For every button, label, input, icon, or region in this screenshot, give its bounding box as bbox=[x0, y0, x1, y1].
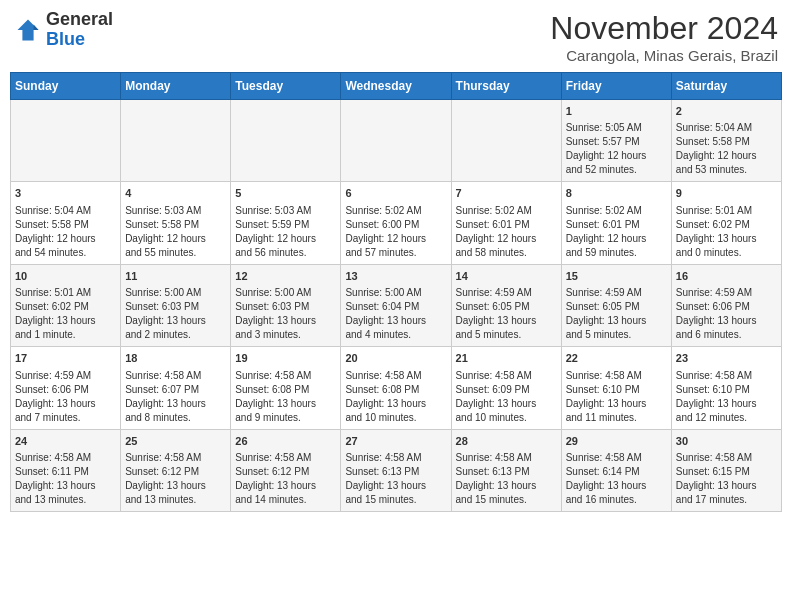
day-info: Sunset: 6:09 PM bbox=[456, 383, 557, 397]
day-number: 22 bbox=[566, 351, 667, 366]
day-info: Daylight: 12 hours bbox=[235, 232, 336, 246]
day-number: 15 bbox=[566, 269, 667, 284]
header-row: SundayMondayTuesdayWednesdayThursdayFrid… bbox=[11, 73, 782, 100]
day-info: Sunset: 6:06 PM bbox=[15, 383, 116, 397]
day-info: Sunset: 6:13 PM bbox=[345, 465, 446, 479]
day-info: Sunrise: 5:04 AM bbox=[676, 121, 777, 135]
calendar-cell: 27Sunrise: 4:58 AMSunset: 6:13 PMDayligh… bbox=[341, 429, 451, 511]
day-info: and 0 minutes. bbox=[676, 246, 777, 260]
day-number: 21 bbox=[456, 351, 557, 366]
day-number: 4 bbox=[125, 186, 226, 201]
calendar-table: SundayMondayTuesdayWednesdayThursdayFrid… bbox=[10, 72, 782, 512]
calendar-cell bbox=[341, 100, 451, 182]
calendar-week-4: 24Sunrise: 4:58 AMSunset: 6:11 PMDayligh… bbox=[11, 429, 782, 511]
day-info: Daylight: 12 hours bbox=[15, 232, 116, 246]
day-info: Sunset: 6:05 PM bbox=[456, 300, 557, 314]
calendar-cell: 23Sunrise: 4:58 AMSunset: 6:10 PMDayligh… bbox=[671, 347, 781, 429]
day-info: and 53 minutes. bbox=[676, 163, 777, 177]
calendar-cell: 13Sunrise: 5:00 AMSunset: 6:04 PMDayligh… bbox=[341, 264, 451, 346]
calendar-cell: 11Sunrise: 5:00 AMSunset: 6:03 PMDayligh… bbox=[121, 264, 231, 346]
day-info: Daylight: 13 hours bbox=[566, 314, 667, 328]
day-info: Sunrise: 4:58 AM bbox=[345, 451, 446, 465]
day-info: Sunset: 6:01 PM bbox=[566, 218, 667, 232]
logo-line1: General bbox=[46, 10, 113, 30]
day-info: and 2 minutes. bbox=[125, 328, 226, 342]
calendar-cell: 20Sunrise: 4:58 AMSunset: 6:08 PMDayligh… bbox=[341, 347, 451, 429]
day-info: and 6 minutes. bbox=[676, 328, 777, 342]
calendar-cell: 4Sunrise: 5:03 AMSunset: 5:58 PMDaylight… bbox=[121, 182, 231, 264]
day-info: and 10 minutes. bbox=[456, 411, 557, 425]
day-number: 20 bbox=[345, 351, 446, 366]
calendar-cell: 6Sunrise: 5:02 AMSunset: 6:00 PMDaylight… bbox=[341, 182, 451, 264]
month-title: November 2024 bbox=[550, 10, 778, 47]
day-info: and 7 minutes. bbox=[15, 411, 116, 425]
day-info: and 3 minutes. bbox=[235, 328, 336, 342]
day-info: Daylight: 12 hours bbox=[566, 149, 667, 163]
svg-marker-1 bbox=[34, 24, 39, 30]
day-info: and 10 minutes. bbox=[345, 411, 446, 425]
day-info: Daylight: 13 hours bbox=[235, 397, 336, 411]
day-info: Sunrise: 5:00 AM bbox=[235, 286, 336, 300]
header-cell-tuesday: Tuesday bbox=[231, 73, 341, 100]
calendar-cell: 9Sunrise: 5:01 AMSunset: 6:02 PMDaylight… bbox=[671, 182, 781, 264]
day-info: Daylight: 13 hours bbox=[456, 314, 557, 328]
calendar-cell: 10Sunrise: 5:01 AMSunset: 6:02 PMDayligh… bbox=[11, 264, 121, 346]
day-number: 8 bbox=[566, 186, 667, 201]
day-info: Daylight: 13 hours bbox=[125, 314, 226, 328]
day-info: Daylight: 13 hours bbox=[125, 479, 226, 493]
calendar-body: 1Sunrise: 5:05 AMSunset: 5:57 PMDaylight… bbox=[11, 100, 782, 512]
day-info: Sunrise: 4:58 AM bbox=[125, 369, 226, 383]
day-number: 11 bbox=[125, 269, 226, 284]
calendar-cell bbox=[451, 100, 561, 182]
day-info: Sunset: 5:58 PM bbox=[15, 218, 116, 232]
day-info: Sunrise: 4:58 AM bbox=[456, 451, 557, 465]
day-info: Sunrise: 5:00 AM bbox=[125, 286, 226, 300]
day-info: and 16 minutes. bbox=[566, 493, 667, 507]
day-info: and 5 minutes. bbox=[566, 328, 667, 342]
day-info: Sunrise: 4:58 AM bbox=[566, 369, 667, 383]
day-info: Daylight: 13 hours bbox=[456, 397, 557, 411]
day-info: Sunset: 6:03 PM bbox=[235, 300, 336, 314]
logo-icon bbox=[14, 16, 42, 44]
day-number: 27 bbox=[345, 434, 446, 449]
day-number: 30 bbox=[676, 434, 777, 449]
day-info: Sunrise: 5:04 AM bbox=[15, 204, 116, 218]
day-info: Sunrise: 5:00 AM bbox=[345, 286, 446, 300]
day-info: Daylight: 13 hours bbox=[566, 397, 667, 411]
day-info: Sunrise: 5:01 AM bbox=[15, 286, 116, 300]
day-info: Daylight: 12 hours bbox=[125, 232, 226, 246]
day-info: Daylight: 13 hours bbox=[15, 479, 116, 493]
day-number: 23 bbox=[676, 351, 777, 366]
day-info: Sunrise: 4:58 AM bbox=[235, 451, 336, 465]
day-info: and 8 minutes. bbox=[125, 411, 226, 425]
day-info: Daylight: 12 hours bbox=[345, 232, 446, 246]
calendar-week-3: 17Sunrise: 4:59 AMSunset: 6:06 PMDayligh… bbox=[11, 347, 782, 429]
day-info: Sunset: 6:14 PM bbox=[566, 465, 667, 479]
day-info: Daylight: 13 hours bbox=[15, 314, 116, 328]
day-info: Sunrise: 4:58 AM bbox=[345, 369, 446, 383]
day-number: 7 bbox=[456, 186, 557, 201]
logo-line2: Blue bbox=[46, 30, 113, 50]
day-info: Daylight: 12 hours bbox=[676, 149, 777, 163]
day-info: Daylight: 13 hours bbox=[345, 314, 446, 328]
day-info: Sunset: 6:03 PM bbox=[125, 300, 226, 314]
day-info: Sunrise: 4:58 AM bbox=[125, 451, 226, 465]
day-info: and 15 minutes. bbox=[345, 493, 446, 507]
calendar-cell: 2Sunrise: 5:04 AMSunset: 5:58 PMDaylight… bbox=[671, 100, 781, 182]
day-info: Sunset: 6:02 PM bbox=[15, 300, 116, 314]
day-info: Sunrise: 5:01 AM bbox=[676, 204, 777, 218]
header-cell-sunday: Sunday bbox=[11, 73, 121, 100]
page-header: General Blue November 2024 Carangola, Mi… bbox=[10, 10, 782, 64]
title-block: November 2024 Carangola, Minas Gerais, B… bbox=[550, 10, 778, 64]
day-number: 28 bbox=[456, 434, 557, 449]
calendar-cell: 16Sunrise: 4:59 AMSunset: 6:06 PMDayligh… bbox=[671, 264, 781, 346]
header-cell-saturday: Saturday bbox=[671, 73, 781, 100]
day-info: and 9 minutes. bbox=[235, 411, 336, 425]
day-info: Sunset: 6:12 PM bbox=[125, 465, 226, 479]
day-info: Daylight: 12 hours bbox=[566, 232, 667, 246]
calendar-header: SundayMondayTuesdayWednesdayThursdayFrid… bbox=[11, 73, 782, 100]
day-info: Sunset: 6:05 PM bbox=[566, 300, 667, 314]
day-info: Sunset: 6:02 PM bbox=[676, 218, 777, 232]
day-number: 16 bbox=[676, 269, 777, 284]
day-info: Sunset: 6:08 PM bbox=[235, 383, 336, 397]
